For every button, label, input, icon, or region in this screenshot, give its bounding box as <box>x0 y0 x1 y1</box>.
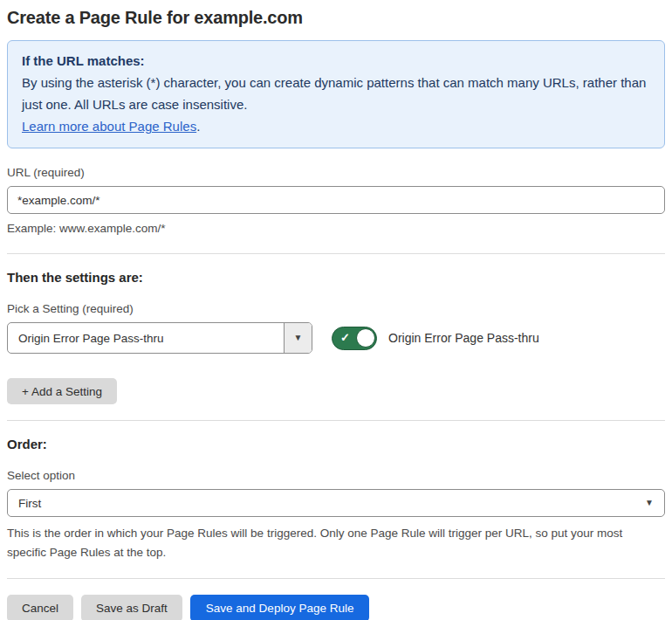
url-input[interactable] <box>7 186 665 214</box>
url-field-label: URL (required) <box>7 166 665 179</box>
link-suffix: . <box>196 119 200 134</box>
footer-actions: Cancel Save as Draft Save and Deploy Pag… <box>7 595 665 620</box>
chevron-down-icon: ▼ <box>645 499 654 507</box>
toggle-knob <box>356 328 375 348</box>
order-select[interactable]: First ▼ <box>7 489 665 517</box>
settings-section-heading: Then the settings are: <box>7 270 665 285</box>
url-example-helper: Example: www.example.com/* <box>7 220 665 238</box>
setting-dropdown[interactable]: Origin Error Page Pass-thru ▼ <box>7 322 312 354</box>
infobox-heading: If the URL matches: <box>22 50 650 72</box>
divider <box>7 420 665 421</box>
order-select-label: Select option <box>7 469 665 482</box>
setting-control-row: Origin Error Page Pass-thru ▼ ✓ Origin E… <box>7 322 665 354</box>
add-setting-button[interactable]: + Add a Setting <box>7 378 117 404</box>
infobox-link-row: Learn more about Page Rules. <box>22 115 650 137</box>
divider <box>7 253 665 254</box>
url-match-infobox: If the URL matches: By using the asteris… <box>7 40 665 148</box>
chevron-down-icon: ▼ <box>294 334 303 342</box>
order-helper-text: This is the order in which your Page Rul… <box>7 524 657 562</box>
cancel-button[interactable]: Cancel <box>7 595 73 620</box>
setting-dropdown-value: Origin Error Page Pass-thru <box>8 323 284 353</box>
setting-dropdown-arrow-button[interactable]: ▼ <box>284 323 312 353</box>
save-draft-button[interactable]: Save as Draft <box>81 595 182 620</box>
check-icon: ✓ <box>340 332 350 343</box>
pick-setting-label: Pick a Setting (required) <box>7 302 665 315</box>
divider <box>7 578 665 579</box>
setting-toggle[interactable]: ✓ <box>332 327 377 350</box>
learn-more-link[interactable]: Learn more about Page Rules <box>22 119 196 134</box>
page-title: Create a Page Rule for example.com <box>7 5 665 30</box>
order-section-heading: Order: <box>7 437 665 451</box>
order-select-value: First <box>18 497 41 510</box>
setting-toggle-label: Origin Error Page Pass-thru <box>388 331 539 345</box>
infobox-body: By using the asterisk (*) character, you… <box>22 72 650 115</box>
save-deploy-button[interactable]: Save and Deploy Page Rule <box>190 595 370 620</box>
